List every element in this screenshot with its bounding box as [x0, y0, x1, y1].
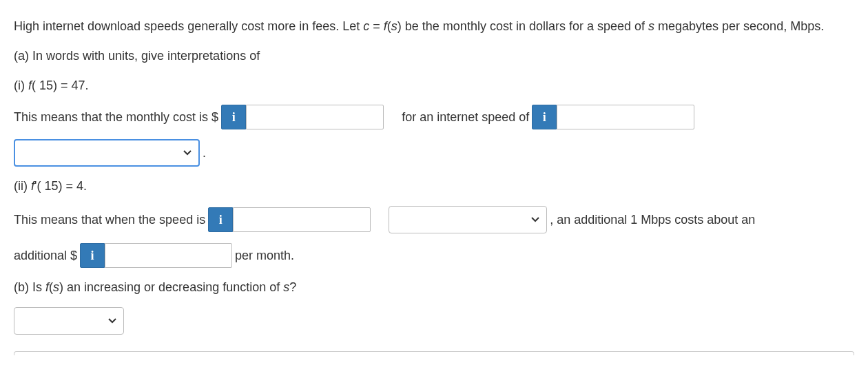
part-b-text: (b) Is f(s) an increasing or decreasing …: [14, 278, 296, 297]
speed2-input-group: i: [208, 207, 371, 232]
a-i-sentence2: for an internet speed of: [402, 107, 529, 127]
info-icon[interactable]: i: [80, 243, 105, 268]
cost-input-group: i: [221, 105, 384, 129]
cost-input[interactable]: [246, 105, 384, 129]
speed-input-group: i: [532, 105, 694, 129]
a-i-sentence-row: This means that the monthly cost is $ i …: [14, 105, 854, 129]
period: .: [203, 143, 206, 163]
speed-input[interactable]: [557, 105, 694, 129]
part-a-i-label: (i) f( 15) = 47.: [14, 76, 854, 96]
a-ii-sentence-row-1: This means that when the speed is i , an…: [14, 206, 854, 233]
info-icon[interactable]: i: [532, 105, 557, 129]
part-b-select-row: [14, 307, 854, 335]
a-ii-sentence4: per month.: [235, 246, 294, 266]
a-i-sentence1: This means that the monthly cost is $: [14, 107, 218, 127]
unit2-select[interactable]: [389, 206, 547, 233]
intro-paragraph: High internet download speeds generally …: [14, 17, 854, 36]
part-a-text: (a) In words with units, give interpreta…: [14, 46, 260, 66]
part-a-label: (a) In words with units, give interpreta…: [14, 46, 854, 66]
info-icon[interactable]: i: [221, 105, 246, 129]
info-icon[interactable]: i: [208, 207, 233, 232]
a-ii-text: (ii) f'( 15) = 4.: [14, 176, 87, 196]
speed2-input[interactable]: [233, 207, 371, 232]
a-ii-sentence-row-2: additional $ i per month.: [14, 243, 854, 268]
additional-cost-input-group: i: [80, 243, 232, 268]
unit-select[interactable]: [14, 139, 200, 167]
a-ii-sentence1: This means that when the speed is: [14, 210, 205, 230]
additional-cost-input[interactable]: [105, 243, 232, 268]
increasing-decreasing-select[interactable]: [14, 307, 124, 335]
intro-text: High internet download speeds generally …: [14, 17, 824, 36]
a-ii-sentence3: additional $: [14, 246, 77, 266]
a-i-text: (i) f( 15) = 47.: [14, 76, 89, 96]
part-b-label: (b) Is f(s) an increasing or decreasing …: [14, 278, 854, 297]
a-i-select-row: .: [14, 139, 854, 167]
divider-line: [14, 351, 854, 355]
part-a-ii-label: (ii) f'( 15) = 4.: [14, 176, 854, 196]
comma-and-sentence2: , an additional 1 Mbps costs about an: [550, 210, 755, 230]
